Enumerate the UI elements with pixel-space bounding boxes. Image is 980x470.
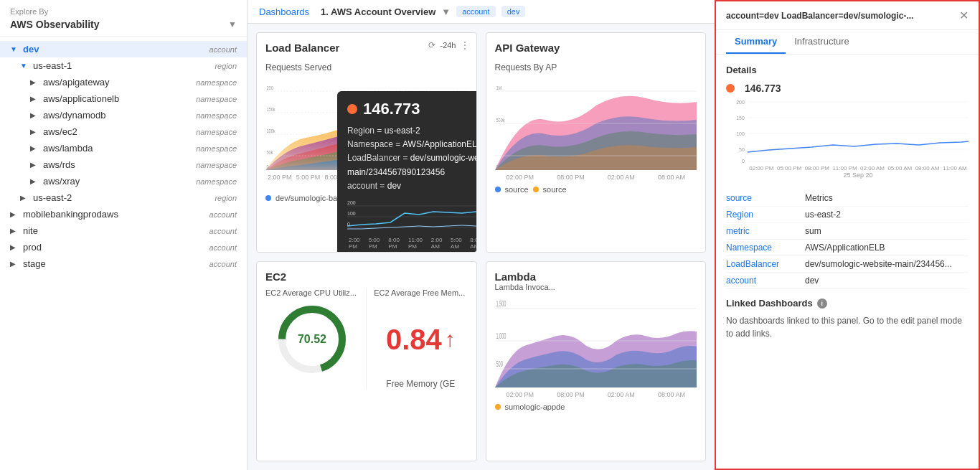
tree-arrow-icon: ▼ bbox=[20, 62, 30, 70]
rp-details-title: Details bbox=[726, 65, 969, 75]
ec2-panel-title: EC2 bbox=[265, 271, 286, 283]
tree-badge: namespace bbox=[196, 78, 237, 87]
main-header: Dashboards 1. AWS Account Overview ▼ acc… bbox=[248, 0, 715, 24]
legend-source1: source bbox=[505, 185, 529, 194]
dashboard-chevron-icon[interactable]: ▼ bbox=[441, 6, 451, 17]
tree-arrow-icon: ▶ bbox=[30, 177, 40, 185]
right-panel-close-btn[interactable]: ✕ bbox=[959, 9, 969, 22]
sidebar-item-xray[interactable]: ▶ aws/xray namespace bbox=[0, 173, 247, 189]
svg-text:150: 150 bbox=[736, 116, 745, 121]
sidebar-tree: ▼ dev account ▼ us-east-1 region ▶ aws/a… bbox=[0, 37, 247, 470]
right-panel-header: account=dev LoadBalancer=dev/sumologic-.… bbox=[716, 1, 979, 30]
tab-summary[interactable]: Summary bbox=[726, 30, 786, 54]
detail-row-region: Region us-east-2 bbox=[726, 207, 969, 223]
tree-label: aws/ec2 bbox=[43, 126, 192, 137]
ec2-mem-section: EC2 Average Free Mem... 0.84 ↑ Free Memo… bbox=[366, 288, 467, 389]
svg-text:100k: 100k bbox=[266, 128, 275, 133]
linked-dashboards-section: Linked Dashboards i No dashboards linked… bbox=[726, 298, 969, 340]
lb-panel-controls: ⟳ -24h ⋮ bbox=[428, 40, 468, 50]
tree-badge: account bbox=[209, 227, 237, 235]
detail-val-metric: sum bbox=[805, 226, 969, 236]
legend-dot-source1 bbox=[495, 187, 501, 192]
sidebar-item-lambda[interactable]: ▶ aws/lambda namespace bbox=[0, 140, 247, 156]
tab-infrastructure[interactable]: Infrastructure bbox=[786, 30, 858, 54]
tree-arrow-icon: ▶ bbox=[30, 78, 40, 86]
detail-val-region: us-east-2 bbox=[805, 210, 969, 220]
tree-label: aws/applicationelb bbox=[43, 93, 192, 104]
lambda-legend-dot bbox=[495, 404, 501, 410]
tree-label: us-east-2 bbox=[33, 192, 210, 203]
breadcrumb-link[interactable]: Dashboards bbox=[259, 6, 309, 17]
tooltip-x-labels: 2:00 PM5:00 PM8:00 PM11:00 PM2:00 AM5:00… bbox=[347, 237, 477, 250]
right-panel-body: Details 146.773 200 150 100 50 0 bbox=[716, 55, 979, 469]
tooltip-namespace-row: Namespace = AWS/ApplicationELB bbox=[347, 138, 477, 151]
api-legend: source source bbox=[495, 185, 697, 194]
detail-row-account: account dev bbox=[726, 273, 969, 289]
tree-label: mobilebankingprodaws bbox=[23, 209, 204, 220]
tree-label: stage bbox=[23, 258, 204, 269]
sidebar: Explore By AWS Observability ▼ ▼ dev acc… bbox=[0, 0, 248, 470]
sidebar-item-mobilebanking[interactable]: ▶ mobilebankingprodaws account bbox=[0, 206, 247, 222]
ec2-mem-value: 0.84 bbox=[386, 324, 442, 356]
svg-text:1,000: 1,000 bbox=[496, 332, 506, 340]
ec2-cpu-section: EC2 Average CPU Utiliz... 70.52 bbox=[265, 288, 359, 389]
svg-text:500k: 500k bbox=[496, 117, 505, 123]
sidebar-item-dev[interactable]: ▼ dev account bbox=[0, 41, 247, 57]
detail-key-namespace: Namespace bbox=[726, 243, 805, 253]
tree-badge: namespace bbox=[196, 95, 237, 103]
sidebar-item-prod[interactable]: ▶ prod account bbox=[0, 239, 247, 255]
tree-label: aws/rds bbox=[43, 159, 192, 170]
tooltip-namespace-val: AWS/ApplicationELB bbox=[402, 139, 476, 149]
tag-key: account bbox=[456, 6, 496, 17]
svg-text:70.52: 70.52 bbox=[298, 333, 326, 345]
explore-by-label: Explore By bbox=[10, 7, 237, 16]
sidebar-item-us-east-1[interactable]: ▼ us-east-1 region bbox=[0, 57, 247, 74]
tree-label: aws/xray bbox=[43, 176, 192, 187]
detail-key-region: Region bbox=[726, 210, 805, 220]
sidebar-item-rds[interactable]: ▶ aws/rds namespace bbox=[0, 156, 247, 173]
linked-dashboards-text: No dashboards linked to this panel. Go t… bbox=[726, 314, 969, 340]
tooltip-lb-val: dev/sumologic-website-main/2344567890123… bbox=[347, 153, 477, 177]
lambda-panel: Lambda Lambda Invoca... 1,500 1,000 500 … bbox=[486, 261, 707, 461]
rp-detail-dot bbox=[726, 84, 735, 93]
lb-more-btn[interactable]: ⋮ bbox=[461, 40, 469, 50]
ec2-gauge: 70.52 bbox=[265, 300, 359, 379]
detail-key-source: source bbox=[726, 193, 805, 203]
tree-badge: namespace bbox=[196, 177, 237, 186]
svg-text:50: 50 bbox=[739, 147, 745, 152]
sidebar-item-stage[interactable]: ▶ stage account bbox=[0, 255, 247, 272]
sidebar-item-dynamodb[interactable]: ▶ aws/dynamodb namespace bbox=[0, 107, 247, 123]
lambda-subtitle: Lambda Invoca... bbox=[495, 283, 697, 291]
sidebar-item-ec2[interactable]: ▶ aws/ec2 namespace bbox=[0, 123, 247, 140]
tree-badge: region bbox=[215, 62, 237, 70]
sidebar-header: Explore By AWS Observability ▼ bbox=[0, 0, 247, 37]
sidebar-item-apigateway[interactable]: ▶ aws/apigateway namespace bbox=[0, 74, 247, 90]
detail-row-metric: metric sum bbox=[726, 223, 969, 240]
dashboard-name[interactable]: 1. AWS Account Overview bbox=[321, 6, 435, 17]
detail-val-loadbalancer: dev/sumologic-website-main/234456... bbox=[805, 259, 969, 269]
sidebar-item-nite[interactable]: ▶ nite account bbox=[0, 222, 247, 239]
api-gateway-panel: API Gateway Requests By AP 1M 500k 0 02:… bbox=[486, 32, 707, 253]
lb-panel-title: Load Balancer bbox=[265, 42, 339, 54]
sidebar-chevron-icon[interactable]: ▼ bbox=[228, 19, 237, 29]
lambda-time-labels: 02:00 PM08:00 PM02:00 AM08:00 AM bbox=[495, 391, 697, 398]
svg-text:100: 100 bbox=[736, 131, 745, 136]
svg-text:200: 200 bbox=[266, 85, 273, 90]
sidebar-item-us-east-2[interactable]: ▶ us-east-2 region bbox=[0, 189, 247, 206]
tree-arrow-icon: ▼ bbox=[10, 45, 20, 53]
tree-arrow-icon: ▶ bbox=[30, 128, 40, 136]
tree-label: aws/apigateway bbox=[43, 77, 192, 88]
tree-arrow-icon: ▶ bbox=[30, 144, 40, 152]
dashboard-area: Load Balancer Requests Served ⟳ -24h ⋮ 1… bbox=[248, 24, 715, 470]
ec2-mem-unit-label: Free Memory (GE bbox=[374, 379, 467, 389]
detail-key-loadbalancer: LoadBalancer bbox=[726, 259, 805, 269]
sidebar-item-applicationelb[interactable]: ▶ aws/applicationelb namespace bbox=[0, 90, 247, 107]
rp-chart-container: 200 150 100 50 0 02:00 PM05:00 PM08:00 P… bbox=[726, 98, 969, 179]
tree-label: dev bbox=[23, 44, 204, 55]
lb-refresh-btn[interactable]: ⟳ bbox=[428, 40, 435, 50]
tag-value: dev bbox=[501, 6, 526, 17]
tree-arrow-icon: ▶ bbox=[20, 194, 30, 202]
tree-badge: account bbox=[209, 260, 237, 268]
tree-label: nite bbox=[23, 225, 204, 236]
tooltip-account-val: dev bbox=[387, 181, 401, 191]
